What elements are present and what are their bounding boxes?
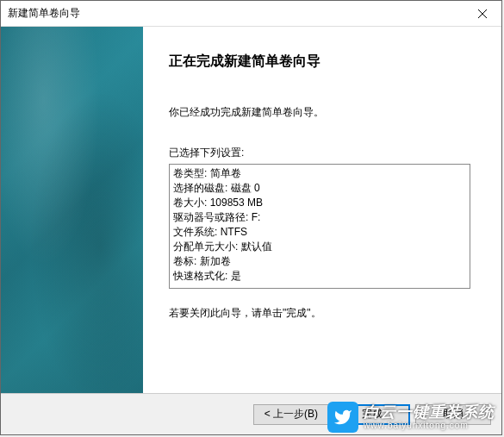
setting-line: 卷类型: 简单卷: [173, 166, 466, 181]
close-icon: [478, 9, 487, 18]
button-bar: < 上一步(B) 完成 取消 白云一键重装系统 www.baiyunxitong…: [1, 393, 501, 434]
back-button[interactable]: < 上一步(B): [253, 404, 329, 425]
window-title: 新建简单卷向导: [8, 6, 80, 21]
closing-text: 若要关闭此向导，请单击"完成"。: [169, 306, 474, 321]
setting-line: 文件系统: NTFS: [173, 225, 466, 240]
settings-listbox[interactable]: 卷类型: 简单卷 选择的磁盘: 磁盘 0 卷大小: 109853 MB 驱动器号…: [169, 164, 470, 289]
cancel-button[interactable]: 取消: [415, 404, 491, 425]
finish-button[interactable]: 完成: [334, 404, 410, 425]
setting-line: 选择的磁盘: 磁盘 0: [173, 181, 466, 196]
intro-text: 你已经成功完成新建简单卷向导。: [169, 105, 474, 120]
close-button[interactable]: [463, 1, 501, 27]
wizard-window: 新建简单卷向导 正在完成新建简单卷向导 你已经成功完成新建简单卷向导。 已选择下…: [0, 0, 502, 435]
setting-line: 驱动器号或路径: F:: [173, 210, 466, 225]
setting-line: 快速格式化: 是: [173, 269, 466, 284]
main-panel: 正在完成新建简单卷向导 你已经成功完成新建简单卷向导。 已选择下列设置: 卷类型…: [143, 27, 501, 393]
content-area: 正在完成新建简单卷向导 你已经成功完成新建简单卷向导。 已选择下列设置: 卷类型…: [1, 27, 501, 393]
settings-label: 已选择下列设置:: [169, 146, 474, 160]
setting-line: 卷标: 新加卷: [173, 254, 466, 269]
setting-line: 分配单元大小: 默认值: [173, 240, 466, 254]
setting-line: 卷大小: 109853 MB: [173, 196, 466, 210]
titlebar: 新建简单卷向导: [1, 1, 501, 27]
wizard-sidebar-image: [1, 27, 143, 393]
page-heading: 正在完成新建简单卷向导: [169, 53, 474, 71]
body-area: 正在完成新建简单卷向导 你已经成功完成新建简单卷向导。 已选择下列设置: 卷类型…: [1, 27, 501, 434]
